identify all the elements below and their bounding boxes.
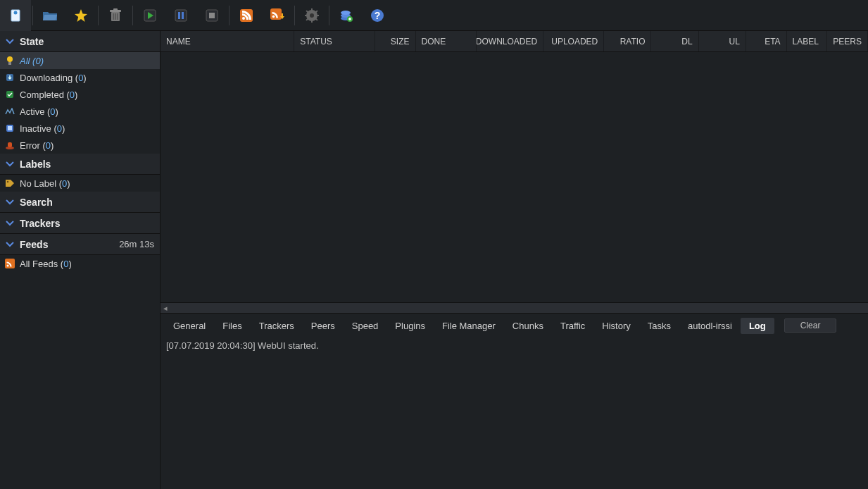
svg-point-30 <box>341 11 351 15</box>
sidebar-search-header[interactable]: Search <box>0 192 160 213</box>
help-button[interactable]: ? <box>362 0 393 31</box>
sidebar-item-label: Error <box>20 140 40 151</box>
svg-rect-23 <box>316 15 319 16</box>
svg-text:?: ? <box>375 10 381 21</box>
column-header-status[interactable]: STATUS <box>294 31 375 51</box>
column-header-downloaded[interactable]: DOWNLOADED <box>477 31 544 51</box>
sidebar-feeds-header[interactable]: Feeds 26m 13s <box>0 234 160 255</box>
tab-traffic[interactable]: Traffic <box>552 318 593 334</box>
tab-trackers[interactable]: Trackers <box>251 318 303 334</box>
error-icon <box>4 140 15 151</box>
start-button[interactable] <box>134 0 165 31</box>
bulb-icon <box>4 55 15 66</box>
sidebar-item-active[interactable]: Active (0) <box>0 103 160 120</box>
bottom-panel: GeneralFilesTrackersPeersSpeedPluginsFil… <box>161 313 868 489</box>
sidebar-item-allfeeds[interactable]: All Feeds (0) <box>0 255 160 272</box>
column-header-name[interactable]: NAME <box>161 31 294 51</box>
tab-files[interactable]: Files <box>214 318 250 334</box>
svg-point-15 <box>242 17 245 20</box>
settings-button[interactable] <box>296 0 327 31</box>
clear-log-button[interactable]: Clear <box>784 318 837 333</box>
rss-button[interactable] <box>231 0 262 31</box>
add-torrent-button[interactable] <box>0 0 31 31</box>
torrent-table-body[interactable] <box>161 52 868 302</box>
open-folder-button[interactable] <box>34 0 65 31</box>
sidebar-item-downloading[interactable]: Downloading (0) <box>0 69 160 86</box>
remove-button[interactable] <box>100 0 131 31</box>
tab-speed[interactable]: Speed <box>344 318 387 334</box>
svg-point-1 <box>14 11 18 14</box>
trackers-header-label: Trackers <box>20 218 61 229</box>
svg-rect-5 <box>113 13 115 20</box>
download-icon <box>4 72 15 83</box>
sidebar-item-all[interactable]: All (0) <box>0 52 160 69</box>
svg-rect-13 <box>209 13 215 18</box>
active-icon <box>4 106 15 117</box>
sidebar-item-label: Inactive <box>20 123 51 134</box>
sidebar-item-error[interactable]: Error (0) <box>0 137 160 154</box>
chevron-down-icon <box>6 198 14 206</box>
torrent-table-header: NAMESTATUSSIZEDONEDOWNLOADEDUPLOADEDRATI… <box>161 31 868 52</box>
tab-plugins[interactable]: Plugins <box>386 318 434 334</box>
chevron-down-icon <box>6 37 14 46</box>
svg-rect-39 <box>8 126 12 130</box>
main-area: NAMESTATUSSIZEDONEDOWNLOADEDUPLOADEDRATI… <box>161 31 868 489</box>
column-header-ratio[interactable]: RATIO <box>604 31 651 51</box>
column-header-label[interactable]: LABEL <box>787 31 828 51</box>
pause-button[interactable] <box>165 0 196 31</box>
sidebar-item-nolabel[interactable]: No Label (0) <box>0 175 160 192</box>
horizontal-scrollbar[interactable]: ◂ <box>161 302 868 313</box>
sidebar-item-label: All Feeds <box>20 259 58 269</box>
sidebar-item-completed[interactable]: Completed (0) <box>0 86 160 103</box>
column-header-uploaded[interactable]: UPLOADED <box>543 31 604 51</box>
svg-rect-21 <box>311 20 313 23</box>
chevron-down-icon <box>6 219 14 228</box>
tab-peers[interactable]: Peers <box>303 318 344 334</box>
tab-log[interactable]: Log <box>741 318 774 334</box>
tab-chunks[interactable]: Chunks <box>504 318 552 334</box>
tab-file-manager[interactable]: File Manager <box>434 318 504 334</box>
sidebar-trackers-header[interactable]: Trackers <box>0 213 160 234</box>
svg-rect-6 <box>115 13 116 20</box>
column-header-eta[interactable]: ETA <box>746 31 787 51</box>
sidebar-labels-header[interactable]: Labels <box>0 154 160 175</box>
sidebar-item-label: All <box>20 56 30 66</box>
inactive-icon <box>4 123 15 134</box>
plugins-button[interactable] <box>331 0 362 31</box>
svg-rect-35 <box>8 62 11 65</box>
feeds-timer: 26m 13s <box>119 239 154 249</box>
search-header-label: Search <box>20 197 53 208</box>
detail-tabs: GeneralFilesTrackersPeersSpeedPluginsFil… <box>161 314 868 338</box>
sidebar-item-label: Downloading <box>20 73 73 83</box>
svg-rect-9 <box>175 10 187 21</box>
log-output: [07.07.2019 20:04:30] WebUI started. <box>161 338 868 489</box>
tab-autodl-irssi[interactable]: autodl-irssi <box>679 318 741 334</box>
tab-history[interactable]: History <box>593 318 639 334</box>
svg-rect-11 <box>182 12 184 19</box>
tab-general[interactable]: General <box>165 318 214 334</box>
svg-point-42 <box>7 181 8 182</box>
column-header-size[interactable]: SIZE <box>375 31 416 51</box>
sidebar-item-label: Active <box>20 106 44 117</box>
column-header-done[interactable]: DONE <box>416 31 477 51</box>
sidebar-state-header[interactable]: State <box>0 31 160 52</box>
svg-rect-4 <box>113 8 118 11</box>
tab-tasks[interactable]: Tasks <box>639 318 679 334</box>
svg-point-17 <box>272 15 275 18</box>
sidebar-item-inactive[interactable]: Inactive (0) <box>0 120 160 137</box>
column-header-dl[interactable]: DL <box>651 31 698 51</box>
column-header-peers[interactable]: PEERS <box>827 31 868 51</box>
svg-rect-7 <box>117 13 118 20</box>
column-header-ul[interactable]: UL <box>699 31 746 51</box>
stop-button[interactable] <box>196 0 227 31</box>
labels-header-label: Labels <box>20 159 51 170</box>
create-torrent-button[interactable] <box>65 0 96 31</box>
svg-point-34 <box>7 56 13 62</box>
svg-point-19 <box>310 13 314 18</box>
svg-rect-20 <box>311 8 313 11</box>
chevron-down-icon <box>6 240 14 249</box>
state-header-label: State <box>20 36 44 47</box>
rss-download-button[interactable] <box>262 0 293 31</box>
chevron-down-icon <box>6 160 14 168</box>
svg-rect-22 <box>305 15 308 16</box>
